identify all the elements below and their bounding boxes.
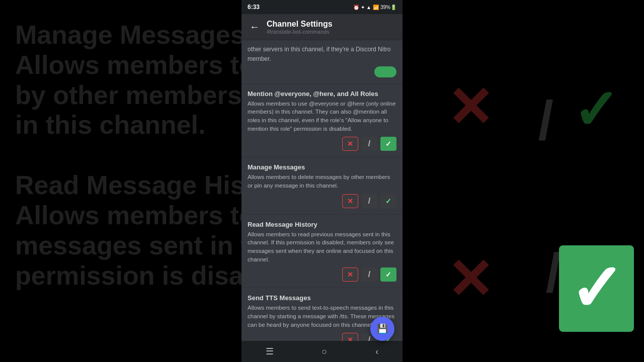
status-time: 6:33 — [248, 4, 260, 11]
watermark-line-7: messages sent in this ch — [15, 231, 226, 261]
navigation-bar: ☰ ○ ‹ — [242, 341, 403, 362]
wifi-icon: 📶 — [373, 5, 379, 10]
back-button[interactable]: ← — [248, 19, 262, 35]
perm-deny-btn-0[interactable]: ✕ — [342, 137, 358, 151]
perm-controls-0: ✕/✓ — [248, 137, 396, 151]
channel-settings-header: ← Channel Settings #translate-bot-comman… — [242, 14, 403, 40]
perm-name-0: Mention @everyone, @here, and All Roles — [248, 90, 396, 98]
permissions-list: Mention @everyone, @here, and All RolesA… — [242, 84, 403, 341]
bg-slash-icon-1: / — [538, 88, 553, 152]
save-icon: 💾 — [377, 323, 388, 334]
bg-check-icon-2: ✓ — [559, 245, 634, 332]
watermark-line-5: Read Message Histo — [15, 170, 226, 201]
perm-desc-2: Allows members to read previous messages… — [248, 230, 396, 264]
header-title: Channel Settings — [267, 20, 333, 29]
watermark-line-1: Manage Messages — [15, 20, 226, 50]
watermark-line-8: permission is disabled. — [15, 261, 226, 291]
perm-name-1: Manage Messages — [248, 163, 396, 171]
watermark-line-4: in this channel. — [15, 110, 226, 140]
save-fab[interactable]: 💾 — [370, 317, 394, 341]
perm-name-2: Read Message History — [248, 221, 396, 228]
watermark-line-3: by other members or pi — [15, 80, 226, 111]
partial-desc: other servers in this channel, if they'r… — [248, 46, 390, 62]
status-bar: 6:33 ⏰ ✦ ▲ 📶 39%🔋 — [242, 0, 403, 14]
permissions-content[interactable]: other servers in this channel, if they'r… — [242, 40, 403, 341]
bg-x-icon-1: ✕ — [447, 75, 493, 140]
bg-check-icon-1: ✓ — [573, 78, 619, 142]
permission-item-2: Read Message HistoryAllows members to re… — [242, 215, 403, 289]
watermark-line-2: Allows members to dele — [15, 50, 226, 80]
watermark-line-6: Allows members to rea — [15, 201, 226, 231]
perm-deny-btn-3[interactable]: ✕ — [342, 333, 358, 341]
status-icons: ⏰ ✦ ▲ 📶 39%🔋 — [353, 5, 396, 10]
back-nav-button[interactable]: ‹ — [365, 343, 388, 360]
perm-allow-btn-2[interactable]: ✓ — [380, 267, 396, 282]
perm-neutral-btn-1[interactable]: / — [361, 194, 377, 208]
perm-allow-btn-0[interactable]: ✓ — [380, 137, 396, 151]
bg-x-icon-2: ✕ — [447, 247, 493, 312]
perm-deny-btn-1[interactable]: ✕ — [342, 194, 358, 208]
perm-deny-btn-2[interactable]: ✕ — [342, 267, 358, 282]
perm-desc-0: Allows members to use @everyone or @here… — [248, 100, 396, 133]
home-nav-button[interactable]: ○ — [312, 343, 338, 360]
perm-neutral-btn-2[interactable]: / — [361, 267, 377, 282]
bg-slash-icon-2: / — [545, 240, 561, 304]
perm-allow-btn-1[interactable]: ✓ — [380, 194, 396, 208]
header-title-group: Channel Settings #translate-bot-commands — [267, 20, 333, 35]
perm-neutral-btn-0[interactable]: / — [361, 137, 377, 151]
phone-frame: 6:33 ⏰ ✦ ▲ 📶 39%🔋 ← Channel Settings #tr… — [242, 0, 403, 362]
background-watermark: Manage Messages Allows members to dele b… — [0, 0, 242, 362]
menu-nav-button[interactable]: ☰ — [256, 343, 284, 360]
signal-icon: ▲ — [366, 5, 371, 10]
permission-item-1: Manage MessagesAllows members to delete … — [242, 157, 403, 214]
perm-desc-1: Allows members to delete messages by oth… — [248, 173, 396, 190]
permission-item-0: Mention @everyone, @here, and All RolesA… — [242, 84, 403, 158]
header-subtitle: #translate-bot-commands — [267, 29, 333, 35]
perm-name-3: Send TTS Messages — [248, 294, 396, 302]
bluetooth-icon: ✦ — [361, 5, 365, 10]
perm-controls-1: ✕/✓ — [248, 194, 396, 208]
background-icons: ✕ / ✓ ✕ / ✓ — [403, 0, 644, 362]
partial-toggle-row — [248, 66, 396, 77]
top-toggle[interactable] — [374, 66, 396, 77]
perm-controls-2: ✕/✓ — [248, 267, 396, 282]
partial-permission-item: other servers in this channel, if they'r… — [242, 40, 403, 84]
battery-text: 39%🔋 — [380, 5, 396, 10]
alarm-icon: ⏰ — [353, 5, 359, 10]
